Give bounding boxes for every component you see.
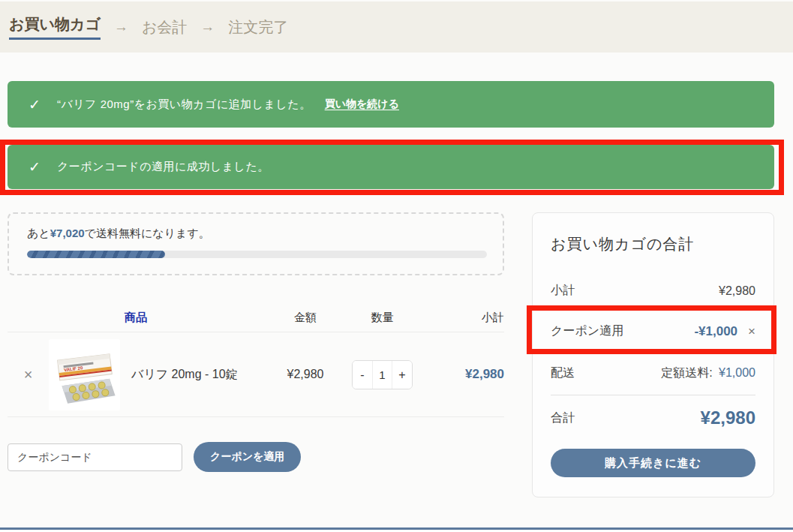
check-icon: ✓ [29, 96, 41, 113]
shipping-row: 配送 定額送料: ¥1,000 [551, 365, 755, 381]
arrow-right-icon: → [200, 19, 215, 35]
totals-divider [551, 395, 755, 395]
shopping-cart-page: お買い物カゴ → お会計 → 注文完了 ✓ “バリフ 20mg”をお買い物カゴに… [0, 2, 793, 532]
coupon-success-banner: ✓ クーポンコードの適用に成功しました。 [8, 145, 774, 189]
breadcrumb-order-complete: 注文完了 [228, 17, 288, 38]
product-name-link[interactable]: バリフ 20mg - 10錠 [131, 367, 264, 383]
coupon-success-text: クーポンコードの適用に成功しました。 [57, 160, 269, 174]
shipping-label: 配送 [551, 365, 575, 381]
product-image[interactable]: VALIF 20 [49, 339, 120, 410]
coupon-form: クーポンを適用 [8, 442, 504, 472]
shipping-value: ¥1,000 [719, 366, 755, 379]
subtotal-label: 小計 [551, 283, 575, 299]
main-content: あと¥7,020で送料無料になります。 商品 金額 数量 小計 × [8, 212, 793, 497]
cart-totals-title: お買い物カゴの合計 [551, 234, 755, 254]
free-shipping-progress-fill [27, 251, 165, 258]
coupon-label: クーポン適用 [551, 323, 623, 339]
subtotal-value: ¥2,980 [719, 284, 755, 298]
quantity-input[interactable] [372, 361, 392, 389]
quantity-increase-button[interactable]: + [392, 361, 412, 389]
breadcrumb: お買い物カゴ → お会計 → 注文完了 [0, 2, 793, 53]
subtotal-row: 小計 ¥2,980 [551, 283, 755, 299]
free-shipping-notice: あと¥7,020で送料無料になります。 [8, 212, 504, 275]
quantity-decrease-button[interactable]: - [353, 361, 372, 389]
continue-shopping-link[interactable]: 買い物を続ける [325, 98, 399, 111]
breadcrumb-checkout: お会計 [142, 17, 187, 38]
cart-item-row: × VALIF 20 [8, 332, 504, 417]
shipping-method: 定額送料: [661, 366, 712, 379]
cart-table-header: 商品 金額 数量 小計 [8, 304, 504, 332]
free-shipping-text: あと¥7,020で送料無料になります。 [27, 227, 485, 241]
proceed-to-checkout-button[interactable]: 購入手続きに進む [551, 449, 755, 477]
free-shipping-prefix: あと [27, 227, 50, 239]
column-header-product[interactable]: 商品 [8, 311, 264, 325]
item-price: ¥2,980 [264, 368, 347, 381]
coupon-row: クーポン適用 -¥1,000 × [551, 323, 755, 339]
cart-table: 商品 金額 数量 小計 × [8, 304, 504, 417]
column-header-subtotal: 小計 [418, 311, 504, 325]
column-header-price: 金額 [264, 311, 347, 325]
coupon-discount-value: -¥1,000 [694, 324, 737, 339]
quantity-stepper: - + [352, 360, 413, 389]
remove-item-icon[interactable]: × [24, 366, 33, 383]
added-to-cart-banner: ✓ “バリフ 20mg”をお買い物カゴに追加しました。 買い物を続ける [8, 81, 774, 128]
remove-coupon-icon[interactable]: × [748, 324, 755, 339]
check-icon: ✓ [29, 158, 41, 176]
column-header-quantity: 数量 [347, 311, 418, 325]
arrow-right-icon: → [114, 19, 128, 35]
cart-column: あと¥7,020で送料無料になります。 商品 金額 数量 小計 × [8, 212, 504, 472]
coupon-code-input[interactable] [8, 443, 182, 471]
total-row: 合計 ¥2,980 [551, 407, 755, 428]
item-subtotal: ¥2,980 [418, 367, 504, 382]
added-to-cart-text: “バリフ 20mg”をお買い物カゴに追加しました。 [57, 98, 311, 112]
breadcrumb-cart[interactable]: お買い物カゴ [9, 14, 101, 40]
free-shipping-suffix: で送料無料になります。 [85, 227, 210, 239]
total-label: 合計 [551, 410, 575, 426]
free-shipping-progress-track [27, 251, 487, 258]
total-value: ¥2,980 [701, 407, 755, 428]
apply-coupon-button[interactable]: クーポンを適用 [194, 442, 301, 472]
cart-totals-card: お買い物カゴの合計 小計 ¥2,980 クーポン適用 -¥1,000 × 配送 … [532, 212, 774, 497]
free-shipping-amount: ¥7,020 [50, 227, 85, 239]
